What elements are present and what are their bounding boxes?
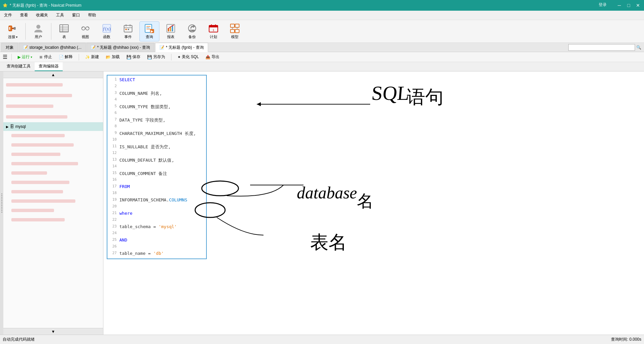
connect-label: 连接 xyxy=(8,34,15,39)
sidebar-item-1[interactable] xyxy=(3,79,103,90)
toolbar-report-button[interactable]: 报表 xyxy=(161,21,181,41)
sidebar-item-14[interactable] xyxy=(3,215,103,224)
sql-line-2: 2 xyxy=(107,83,206,90)
maximize-button[interactable]: □ xyxy=(625,2,632,9)
login-button[interactable]: 登录 xyxy=(599,2,607,9)
linenum-25: 25 xyxy=(110,237,117,242)
sidebar-item-10[interactable] xyxy=(3,178,103,187)
subtab-query-editor[interactable]: 查询编辑器 xyxy=(35,62,63,71)
tab-storage-label: storage_location @shihao (... xyxy=(29,45,81,50)
tab-storage[interactable]: 📝 storage_location @shihao (... xyxy=(19,43,86,52)
linenum-18: 18 xyxy=(110,191,117,195)
toolbar-event-button[interactable]: 事件 xyxy=(118,21,138,41)
editor-area[interactable]: 1 SELECT 2 3 COLUMN_NAME 列名, 4 5 COLUMN_… xyxy=(103,71,644,335)
saveas-icon: 💾 xyxy=(147,55,152,59)
func-icon: ƒ(x) xyxy=(101,23,112,34)
sidebar-item-9[interactable] xyxy=(3,168,103,178)
sql-line-14: 14 xyxy=(107,164,206,170)
menu-file[interactable]: 文件 xyxy=(3,12,13,19)
svg-rect-0 xyxy=(9,26,12,31)
view-label: 视图 xyxy=(82,34,89,39)
sidebar-items: ▶ 🗄 mysql xyxy=(3,78,103,226)
sidebar-item-2[interactable] xyxy=(3,90,103,101)
tab-untitled-fgnb[interactable]: 📝 * 无标题 (fgnb) - 查询 xyxy=(155,43,208,52)
toolbar-connect-button[interactable]: 连接 ▾ xyxy=(3,21,23,41)
sql-line-17: 17 FROM xyxy=(107,184,206,190)
sql-line-13: 13 COLUMN_DEFAULT 默认值, xyxy=(107,157,206,164)
svg-text:▶: ▶ xyxy=(151,29,153,33)
load-button[interactable]: 📂 加载 xyxy=(104,53,122,60)
stop-button[interactable]: ⏹ 停止 xyxy=(37,53,54,60)
table-icon xyxy=(59,23,69,34)
sidebar-item-mysql[interactable]: ▶ 🗄 mysql xyxy=(3,122,103,131)
subtab-query-builder[interactable]: 查询创建工具 xyxy=(3,62,35,71)
menu-icon[interactable]: ☰ xyxy=(3,54,7,60)
sidebar-scroll-up[interactable]: ▲ xyxy=(3,71,103,78)
action-sep-2 xyxy=(171,54,171,60)
toolbar-table-button[interactable]: 表 xyxy=(54,21,74,41)
run-button[interactable]: ▶ 运行 ▾ xyxy=(16,53,34,60)
beautify-button[interactable]: ✦ 美化 SQL xyxy=(175,53,201,60)
table-label: 表 xyxy=(62,34,66,39)
menu-favorites[interactable]: 收藏夹 xyxy=(35,12,49,19)
sql-line-10: 10 xyxy=(107,137,206,144)
menu-view[interactable]: 查看 xyxy=(19,12,29,19)
sidebar-item-6[interactable] xyxy=(3,140,103,150)
subtab-editor-label: 查询编辑器 xyxy=(39,63,59,69)
sql-editor-box[interactable]: 1 SELECT 2 3 COLUMN_NAME 列名, 4 5 COLUMN_… xyxy=(107,75,207,259)
new-button[interactable]: ✨ 新建 xyxy=(83,53,101,60)
sql-table-schema: table_schema = 'mysql' xyxy=(119,224,177,229)
sidebar-scroll-down[interactable]: ▼ xyxy=(3,328,103,335)
sql-from: FROM xyxy=(119,184,130,189)
sidebar-item-3[interactable] xyxy=(3,101,103,112)
sidebar-item-4[interactable] xyxy=(3,112,103,122)
stop-icon: ⏹ xyxy=(39,55,43,59)
linenum-16: 16 xyxy=(110,177,117,182)
menu-tools[interactable]: 工具 xyxy=(55,12,65,19)
toolbar-query-button[interactable]: ▶ 查询 xyxy=(139,21,159,41)
new-icon: ✨ xyxy=(85,55,90,59)
toolbar-schedule-button[interactable]: 1 计划 xyxy=(203,21,223,41)
left-resize-grip[interactable] xyxy=(0,71,3,335)
sidebar-item-5[interactable] xyxy=(3,131,103,140)
load-icon: 📂 xyxy=(106,55,111,59)
sidebar-item-11[interactable] xyxy=(3,187,103,196)
sql-col-type: COLUMN_TYPE 数据类型, xyxy=(119,104,171,110)
svg-rect-41 xyxy=(230,24,234,27)
toolbar-view-button[interactable]: 视图 xyxy=(75,21,95,41)
backup-label: 备份 xyxy=(188,34,196,39)
sidebar-item-8[interactable] xyxy=(3,159,103,168)
saveas-label: 另存为 xyxy=(153,54,165,60)
svg-rect-21 xyxy=(125,29,127,30)
tab-fgnb-label: * 无标题 (fgnb) - 查询 xyxy=(166,45,203,50)
mysql-expand-icon: ▶ xyxy=(6,125,9,129)
toolbar-user-button[interactable]: 用户 xyxy=(28,21,48,41)
sidebar-item-13[interactable] xyxy=(3,206,103,215)
toolbar-model-button[interactable]: 模型 xyxy=(225,21,245,41)
svg-rect-32 xyxy=(172,25,173,31)
tab-untitled-xxx[interactable]: 📝 * 无标题 @shihao (xxx) - 查询 xyxy=(86,43,154,52)
toolbar-func-button[interactable]: ƒ(x) 函数 xyxy=(97,21,117,41)
search-icon[interactable]: 🔍 xyxy=(636,45,641,50)
saveas-button[interactable]: 💾 另存为 xyxy=(145,53,167,60)
tab-object[interactable]: 对象 xyxy=(1,43,18,52)
svg-text:ƒ(x): ƒ(x) xyxy=(103,26,111,32)
sidebar-item-12[interactable] xyxy=(3,196,103,206)
minimize-button[interactable]: ─ xyxy=(616,2,623,9)
svg-rect-43 xyxy=(230,29,234,33)
sql-line-11: 11 IS_NULLABLE 是否为空, xyxy=(107,144,206,150)
export-button[interactable]: 📤 导出 xyxy=(203,53,221,60)
linenum-3: 3 xyxy=(110,91,117,95)
sql-char-max: CHARACTER_MAXIMUM_LENGTH 长度, xyxy=(119,131,196,137)
menu-window[interactable]: 窗口 xyxy=(71,12,81,19)
close-button[interactable]: ✕ xyxy=(635,2,641,9)
toolbar-backup-button[interactable]: 备份 xyxy=(182,21,202,41)
search-input[interactable] xyxy=(568,44,635,51)
save-button[interactable]: 💾 保存 xyxy=(124,53,142,60)
explain-button[interactable]: 📄 解释 xyxy=(57,53,75,60)
menu-help[interactable]: 帮助 xyxy=(87,12,97,19)
sql-line-25: 25 AND xyxy=(107,237,206,244)
linenum-8: 8 xyxy=(110,124,117,128)
sidebar-item-7[interactable] xyxy=(3,150,103,159)
svg-text:1: 1 xyxy=(212,28,214,32)
